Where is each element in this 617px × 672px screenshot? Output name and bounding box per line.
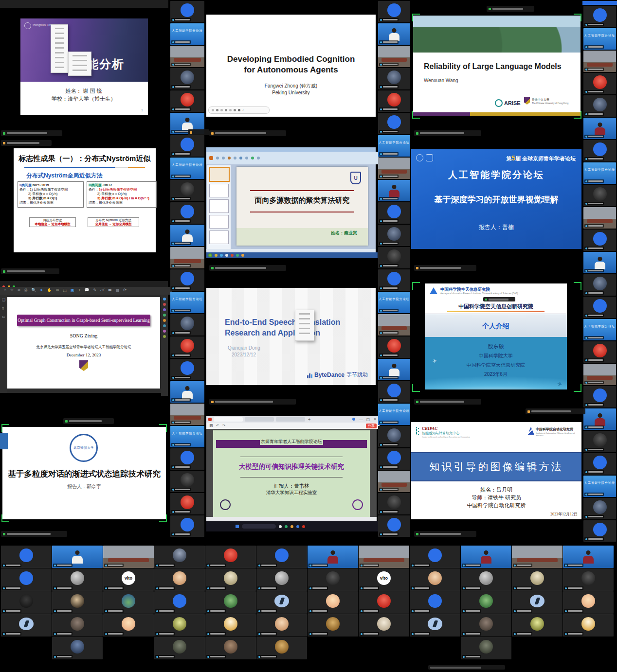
- participant-tile[interactable]: [583, 230, 616, 251]
- participant-tile[interactable]: [170, 90, 204, 112]
- participant-tile[interactable]: [170, 1, 204, 22]
- participant-tile[interactable]: [378, 448, 410, 470]
- participant-tile[interactable]: [52, 637, 103, 659]
- taskbar-app-icon[interactable]: [285, 525, 288, 528]
- participant-tile[interactable]: [563, 546, 614, 568]
- participant-tile[interactable]: [583, 297, 616, 318]
- tool-icon[interactable]: [163, 330, 166, 333]
- pages-icon[interactable]: ▯: [2, 305, 7, 312]
- participant-tile[interactable]: [461, 591, 511, 614]
- participant-tile[interactable]: [583, 207, 616, 229]
- participant-tile[interactable]: 人工智能学院分论坛: [378, 135, 410, 157]
- zoom-icon[interactable]: ⊕: [56, 287, 59, 295]
- participant-tile[interactable]: [461, 637, 511, 659]
- participant-tile[interactable]: [378, 68, 410, 89]
- file-menu-icon[interactable]: [209, 156, 213, 160]
- participant-tile[interactable]: [583, 431, 616, 452]
- participant-tile[interactable]: [583, 498, 616, 519]
- cursor-icon[interactable]: ➤: [40, 287, 43, 295]
- participant-tile[interactable]: [512, 568, 563, 591]
- sidebar-tab[interactable]: [0, 433, 8, 449]
- participant-tile[interactable]: [583, 95, 616, 117]
- participant-tile[interactable]: [378, 426, 410, 447]
- participant-tile[interactable]: [170, 314, 204, 336]
- pdf-left-rail[interactable]: ❏ ▯ ✂: [0, 295, 7, 393]
- participant-tile[interactable]: vito: [103, 568, 154, 591]
- context-submenu[interactable]: [68, 52, 91, 76]
- ppt-ribbon[interactable]: [206, 152, 379, 164]
- participant-tile[interactable]: [256, 568, 307, 591]
- highlight-icon[interactable]: ▣: [71, 287, 74, 295]
- participant-tile[interactable]: [1, 591, 52, 614]
- slide-thumbnail[interactable]: [209, 184, 229, 197]
- participant-tile[interactable]: [378, 158, 410, 179]
- participant-tile[interactable]: [378, 225, 410, 246]
- participant-tile[interactable]: [378, 471, 410, 492]
- slide-thumbnail[interactable]: [209, 167, 230, 182]
- ribbon-icon[interactable]: [239, 157, 242, 159]
- tool-icon[interactable]: [163, 308, 166, 311]
- participant-tile[interactable]: [205, 614, 256, 637]
- participant-tile[interactable]: vito: [359, 568, 409, 591]
- participant-tile[interactable]: [512, 591, 563, 614]
- participant-tile[interactable]: [563, 568, 614, 591]
- taskbar-app-icon[interactable]: [241, 254, 244, 257]
- context-menu[interactable]: [295, 310, 314, 341]
- browser-tabbar[interactable]: ＋ — ▢ ✕: [206, 416, 379, 423]
- minimize-icon[interactable]: —: [359, 417, 363, 422]
- participant-tile[interactable]: [512, 546, 563, 568]
- start-button-icon[interactable]: [236, 525, 239, 528]
- participant-tile[interactable]: [308, 614, 358, 637]
- layers-icon[interactable]: ✂: [2, 314, 7, 321]
- account-icon[interactable]: [352, 418, 355, 421]
- document-tab[interactable]: [245, 417, 274, 422]
- participant-tile[interactable]: [563, 591, 614, 614]
- participant-tile[interactable]: [410, 614, 460, 637]
- participant-tile[interactable]: [1, 568, 52, 591]
- undo-icon[interactable]: ↶: [216, 423, 219, 429]
- participant-tile[interactable]: 人工智能学院分论坛: [583, 162, 616, 184]
- participant-tile[interactable]: [378, 515, 410, 537]
- context-menu[interactable]: [51, 24, 68, 73]
- participant-tile[interactable]: [170, 225, 204, 246]
- participant-tile[interactable]: [154, 546, 205, 568]
- participant-tile[interactable]: [170, 180, 204, 201]
- taskbar-app-icon[interactable]: [296, 525, 299, 528]
- participant-tile[interactable]: [256, 546, 307, 568]
- taskbar-app-icon[interactable]: [220, 254, 223, 257]
- maximize-icon[interactable]: ▢: [366, 417, 370, 422]
- participant-tile[interactable]: [52, 546, 103, 568]
- menu-items[interactable]: [299, 313, 310, 337]
- participant-tile[interactable]: [583, 118, 616, 139]
- participant-tile[interactable]: [359, 591, 409, 614]
- participant-tile[interactable]: [359, 614, 409, 637]
- participant-tile[interactable]: [378, 46, 410, 67]
- ppt-thumbnail-panel[interactable]: [207, 165, 231, 249]
- tool-icon[interactable]: [163, 324, 166, 327]
- participant-tile[interactable]: 人工智能学院分论坛: [583, 28, 616, 50]
- taskbar-app-icon[interactable]: [279, 525, 282, 528]
- participant-tile[interactable]: [170, 247, 204, 268]
- taskbar-app-icon[interactable]: [302, 525, 305, 528]
- participant-tile[interactable]: [1, 546, 52, 568]
- tool-icon[interactable]: [163, 314, 166, 317]
- participant-tile[interactable]: [170, 381, 204, 403]
- participant-tile[interactable]: 人工智能学院分论坛: [583, 476, 616, 497]
- participant-tile[interactable]: [410, 591, 460, 614]
- participant-tile[interactable]: [583, 51, 616, 72]
- participant-tile[interactable]: [170, 515, 204, 537]
- participant-tile[interactable]: [583, 73, 616, 94]
- participant-tile[interactable]: [103, 614, 154, 637]
- stamp-icon[interactable]: 𝒜: [100, 287, 104, 295]
- participant-tile[interactable]: [359, 546, 409, 568]
- ribbon-icon[interactable]: [222, 157, 225, 159]
- participant-tile[interactable]: [154, 591, 205, 614]
- tool-icon[interactable]: [163, 303, 166, 306]
- participant-tile[interactable]: [170, 493, 204, 514]
- laser-icon[interactable]: [212, 109, 214, 111]
- participant-tile[interactable]: [256, 637, 307, 659]
- ribbon-icon[interactable]: [216, 157, 219, 159]
- pdf-right-rail[interactable]: [161, 295, 168, 396]
- participant-tile[interactable]: [378, 381, 410, 403]
- new-tab-icon[interactable]: ＋: [307, 416, 311, 423]
